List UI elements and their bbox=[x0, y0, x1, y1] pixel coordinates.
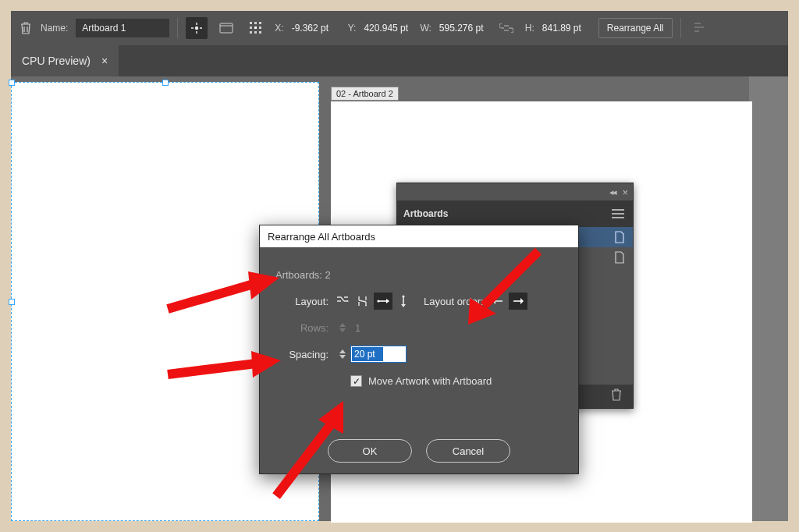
artboard-icon bbox=[614, 251, 625, 264]
delete-artboard-button[interactable] bbox=[611, 388, 622, 404]
chainlink-icon bbox=[499, 23, 513, 33]
presets-button[interactable] bbox=[186, 17, 208, 39]
svg-rect-4 bbox=[254, 22, 257, 24]
trash-icon bbox=[611, 388, 622, 401]
y-value[interactable]: 420.945 pt bbox=[364, 23, 412, 34]
layout-buttons bbox=[333, 293, 413, 310]
svg-rect-5 bbox=[259, 22, 261, 24]
svg-marker-20 bbox=[386, 299, 389, 303]
spacing-label: Spacing: bbox=[275, 349, 333, 360]
artboard-name-input[interactable] bbox=[76, 19, 169, 37]
align-icon bbox=[693, 21, 707, 35]
canvas-gutter bbox=[749, 76, 788, 521]
svg-rect-3 bbox=[250, 22, 252, 24]
cancel-button[interactable]: Cancel bbox=[426, 439, 510, 463]
spacing-stepper[interactable] bbox=[336, 346, 349, 363]
h-value[interactable]: 841.89 pt bbox=[542, 23, 591, 34]
artboard-2-label[interactable]: 02 - Artboard 2 bbox=[331, 87, 399, 101]
ok-button[interactable]: OK bbox=[328, 439, 412, 463]
reference-point-button[interactable] bbox=[245, 17, 267, 39]
separator bbox=[680, 18, 681, 38]
tab-title: CPU Preview) bbox=[22, 55, 91, 67]
spacing-input[interactable] bbox=[350, 346, 407, 363]
svg-marker-25 bbox=[520, 298, 524, 304]
svg-marker-24 bbox=[492, 298, 495, 304]
panel-topbar: ◂◂ × bbox=[397, 183, 633, 200]
layout-grid-row-button[interactable] bbox=[333, 293, 352, 310]
panel-collapse-button[interactable]: ◂◂ bbox=[609, 187, 616, 197]
svg-marker-19 bbox=[365, 305, 367, 307]
orientation-button[interactable] bbox=[215, 17, 237, 39]
order-rtl-button[interactable] bbox=[509, 293, 527, 310]
svg-rect-9 bbox=[250, 31, 252, 34]
dialog-footer: OK Cancel bbox=[260, 439, 578, 463]
hamburger-icon bbox=[612, 209, 624, 218]
svg-rect-8 bbox=[259, 27, 261, 29]
layout-label: Layout: bbox=[275, 296, 333, 307]
x-value[interactable]: -9.362 pt bbox=[292, 23, 340, 34]
artboards-count-label: Artboards: 2 bbox=[275, 269, 331, 281]
svg-rect-6 bbox=[250, 27, 252, 29]
link-wh-button[interactable] bbox=[495, 17, 517, 39]
rows-label: Rows: bbox=[275, 322, 333, 334]
layout-row-button[interactable] bbox=[374, 293, 392, 310]
align-button[interactable] bbox=[689, 17, 711, 39]
crosshair-icon bbox=[190, 22, 203, 34]
panel-tab-artboards[interactable]: Artboards bbox=[403, 208, 448, 219]
svg-marker-22 bbox=[401, 304, 406, 307]
move-artwork-label: Move Artwork with Artboard bbox=[368, 375, 492, 387]
grid-n-icon bbox=[357, 296, 369, 307]
svg-point-0 bbox=[195, 27, 198, 30]
options-bar: Name: X: -9.362 pt Y: 420.945 pt W: 595.… bbox=[11, 11, 788, 45]
panel-menu-button[interactable] bbox=[609, 205, 627, 222]
panel-tabbar: Artboards bbox=[397, 200, 633, 227]
arrow-right-icon bbox=[513, 296, 524, 306]
layout-grid-col-button[interactable] bbox=[353, 293, 372, 310]
rearrange-all-button[interactable]: Rearrange All bbox=[598, 18, 673, 38]
document-tabstrip: CPU Preview) × bbox=[11, 45, 788, 76]
artboard-icon bbox=[614, 231, 625, 243]
page-icon bbox=[219, 23, 233, 34]
svg-rect-10 bbox=[254, 31, 257, 34]
separator bbox=[177, 18, 178, 38]
grid-z-icon bbox=[336, 296, 349, 307]
svg-marker-18 bbox=[347, 300, 349, 302]
svg-rect-11 bbox=[259, 31, 261, 34]
dialog-title: Rearrange All Artboards bbox=[260, 225, 578, 247]
x-label: X: bbox=[275, 23, 283, 34]
app-frame: Name: X: -9.362 pt Y: 420.945 pt W: 595.… bbox=[11, 11, 788, 521]
trash-icon bbox=[20, 22, 31, 34]
rows-value: 1 bbox=[355, 322, 360, 334]
svg-point-23 bbox=[402, 295, 404, 297]
delete-artboard-button[interactable] bbox=[19, 21, 33, 35]
layout-order-label: Layout order: bbox=[424, 296, 484, 307]
order-ltr-button[interactable] bbox=[488, 293, 507, 310]
rows-stepper bbox=[336, 319, 349, 336]
layout-col-button[interactable] bbox=[394, 293, 413, 310]
document-tab[interactable]: CPU Preview) × bbox=[11, 45, 119, 76]
col-icon bbox=[399, 295, 408, 307]
panel-close-button[interactable]: × bbox=[622, 186, 628, 198]
svg-rect-7 bbox=[254, 27, 257, 29]
name-label: Name: bbox=[41, 23, 68, 34]
arrow-left-icon bbox=[492, 296, 503, 306]
layout-order-buttons bbox=[488, 293, 527, 310]
svg-rect-1 bbox=[220, 23, 233, 33]
rearrange-dialog: Rearrange All Artboards Artboards: 2 Lay… bbox=[259, 225, 579, 474]
y-label: Y: bbox=[348, 23, 357, 34]
move-artwork-checkbox[interactable]: ✓ bbox=[350, 375, 362, 387]
w-value[interactable]: 595.276 pt bbox=[439, 23, 488, 34]
tab-close-button[interactable]: × bbox=[101, 55, 108, 67]
svg-point-21 bbox=[377, 300, 379, 302]
h-label: H: bbox=[525, 23, 534, 34]
refpoint-icon bbox=[249, 21, 263, 35]
w-label: W: bbox=[420, 23, 431, 34]
row-icon bbox=[377, 296, 389, 306]
